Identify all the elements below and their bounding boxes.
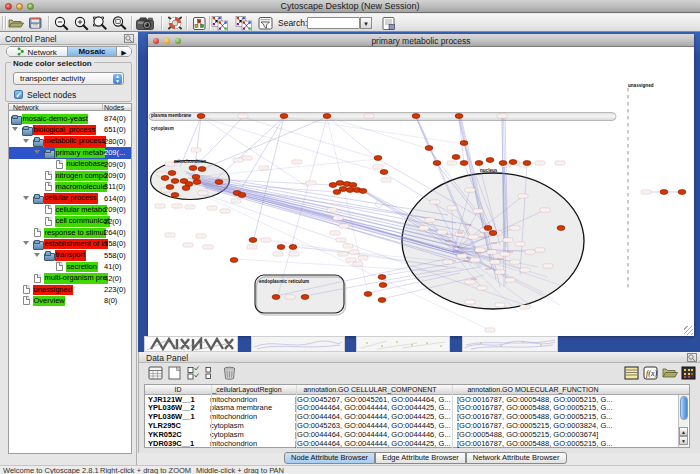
svg-text:plasma membrane: plasma membrane <box>151 113 192 118</box>
svg-text:unassigned: unassigned <box>628 83 654 88</box>
svg-text:f(x): f(x) <box>646 369 657 378</box>
svg-text:endoplasmic reticulum: endoplasmic reticulum <box>259 279 309 284</box>
svg-text:nucleus: nucleus <box>480 168 498 173</box>
svg-text:mitochondrion: mitochondrion <box>174 159 206 164</box>
svg-text:cytoplasm: cytoplasm <box>151 126 174 131</box>
